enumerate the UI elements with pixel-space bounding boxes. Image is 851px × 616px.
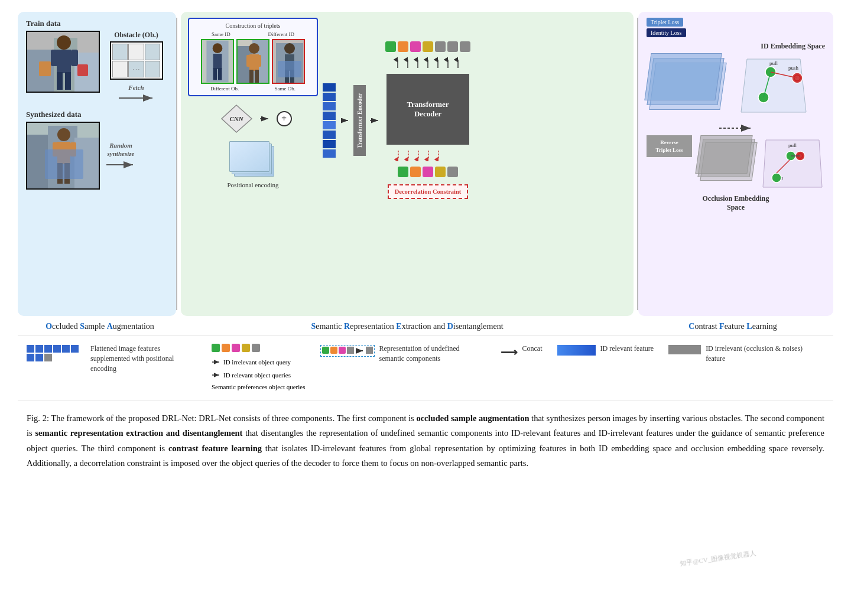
feat-sq-8: [35, 354, 43, 361]
triplet-loss-label: Triplet Loss: [647, 18, 683, 27]
svg-rect-24: [45, 149, 83, 179]
arrow-te-td: [369, 116, 381, 125]
legend-text-3: Representation of undefined semantic com…: [379, 344, 486, 364]
svg-rect-5: [57, 50, 71, 73]
up-arrow-svg: [392, 57, 463, 69]
feat-sq-1: [27, 345, 34, 353]
feat-sq-4: [53, 345, 61, 353]
decoder-region: Transformer Decoder: [384, 41, 472, 199]
feat-sq-3: [44, 345, 52, 353]
legend-feature-vis: [27, 345, 86, 361]
svg-text:push: push: [788, 65, 799, 71]
svg-text:pull: pull: [788, 142, 797, 148]
dashed-arrow-svg: [718, 124, 753, 132]
q-orange: [222, 344, 230, 352]
feat-sq-6: [71, 345, 79, 353]
id-rel-bar: [557, 345, 596, 356]
same-ob-label: Same Ob.: [274, 86, 295, 92]
train-data-label: Train data: [26, 19, 168, 28]
svg-point-4: [57, 35, 71, 50]
relevant-arrow-row: ID relevant object queries: [212, 371, 291, 379]
ob-cell-3: [145, 44, 161, 60]
bold-contrast: contrast feature learning: [168, 444, 262, 453]
svg-rect-38: [246, 55, 251, 67]
person-silhouette-2: [27, 123, 100, 190]
legend-item-repr: Representation of undefined semantic com…: [320, 344, 486, 364]
irrelevant-arrow-row: ID irrelevant object query: [212, 358, 291, 366]
cfl-panel: Triplet Loss Identity Loss ID Embedding …: [638, 12, 833, 316]
legend-text-6: ID irrelevant (occlusion & noises) featu…: [706, 344, 812, 364]
top-output-tokens: [385, 41, 470, 52]
svg-rect-39: [257, 55, 261, 67]
svg-rect-8: [57, 72, 63, 90]
legend-item-id-irrelevant: ID irrelevant (occlusion & noises) featu…: [668, 344, 812, 364]
osa-label: Occluded Sample Augmentation: [21, 322, 179, 331]
pos-enc-label: Positional encoding: [227, 181, 278, 188]
fetch-arrow-svg: [116, 92, 157, 104]
token-pink: [410, 41, 421, 52]
token-green: [385, 41, 396, 52]
legend-item-id-relevant: ID relevant feature: [557, 344, 654, 356]
legend-text-1: Flattened image features supplemented wi…: [90, 344, 197, 373]
svg-rect-31: [213, 68, 217, 80]
pos-enc-visual: [229, 141, 277, 180]
concat-symbol: ⟶: [501, 346, 518, 358]
section-labels-row: Occluded Sample Augmentation Semantic Re…: [18, 322, 833, 331]
svg-point-18: [57, 128, 70, 141]
legend-id-irr-vis: [668, 345, 701, 354]
synth-arrow-svg: [105, 159, 137, 170]
ob-cell-1: [112, 44, 128, 60]
reverse-triplet-box: ReverseTriplet Loss: [647, 135, 692, 157]
legend-id-rel-vis: [557, 345, 596, 356]
svg-text:pull: pull: [769, 60, 778, 66]
q-gray: [252, 344, 260, 352]
in-token-orange: [410, 167, 421, 177]
random-synth-label: Randomsynthesize: [108, 141, 135, 158]
feat-sq-7: [27, 354, 34, 361]
loss-labels: Triplet Loss Identity Loss: [647, 18, 825, 37]
q-yellow: [242, 344, 250, 352]
synth-person-image: [26, 122, 100, 190]
osa-panel: Train data: [18, 12, 176, 316]
in-token-green: [398, 167, 408, 177]
occ-layers-stack: [698, 135, 754, 188]
token-orange: [398, 41, 408, 52]
fig-label: Fig. 2:: [27, 413, 49, 423]
triplet-svg-1: [202, 39, 233, 84]
occ-dot-diagram: pull push: [760, 135, 825, 191]
legend-repr-vis: [320, 345, 375, 357]
sred-label: Semantic Representation Extraction and D…: [179, 322, 635, 331]
obstacle-label: Obstacle (Ob.): [114, 31, 158, 40]
plus-circle: +: [277, 111, 292, 126]
transformer-encoder: Transformer Encoder: [353, 85, 366, 156]
svg-rect-11: [77, 64, 88, 76]
in-token-pink: [423, 167, 433, 177]
id-embed-svg: pull push: [735, 53, 812, 118]
main-container: Train data: [0, 0, 851, 490]
obstacle-grid: · · ·: [110, 41, 163, 80]
diff-ob-label: Different Ob.: [210, 86, 239, 92]
query-tokens-vis: [212, 344, 260, 352]
svg-point-36: [249, 43, 259, 54]
in-token-gray: [447, 167, 458, 177]
svg-rect-10: [39, 61, 51, 76]
triplet-img-2: [236, 39, 269, 84]
triplet-svg-3: [273, 40, 305, 84]
q-green: [212, 344, 220, 352]
legend-text-5: ID relevant feature: [600, 344, 654, 354]
fetch-label: Fetch: [128, 84, 144, 91]
in-token-yellow: [435, 167, 446, 177]
svg-rect-30: [213, 54, 222, 69]
svg-point-44: [284, 43, 295, 54]
token-gray-1: [435, 41, 446, 52]
occ-embed-svg: pull push: [760, 135, 825, 191]
down-arrows: [392, 149, 463, 161]
legend-text-2b: ID irrelevant object query: [223, 358, 291, 366]
legend-concat-vis: ⟶: [501, 345, 518, 359]
legend-row: Flattened image features supplemented wi…: [18, 335, 833, 400]
construct-title: Construction of triplets: [193, 22, 313, 29]
feat-sq-5: [62, 345, 70, 353]
identity-loss-label: Identity Loss: [647, 28, 686, 37]
feature-column: [323, 83, 336, 158]
token-yellow: [423, 41, 433, 52]
